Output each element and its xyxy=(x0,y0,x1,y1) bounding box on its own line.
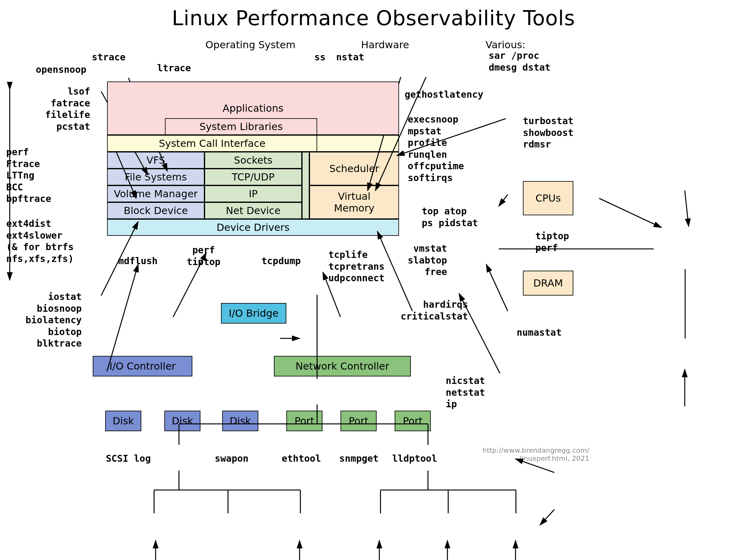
hardware-label: Hardware xyxy=(361,39,409,51)
iostat-group: iostat biosnoop biolatency biotop blktra… xyxy=(26,291,82,349)
dram: DRAM xyxy=(523,271,573,296)
ss-label: ss xyxy=(314,51,326,63)
snmpget-label: snmpget xyxy=(339,453,379,464)
numastat-label: numastat xyxy=(517,327,562,339)
svg-line-16 xyxy=(685,191,689,226)
network-controller: Network Controller xyxy=(274,356,411,376)
netdev-label: Net Device xyxy=(226,205,281,216)
port-1-label: Port xyxy=(294,415,314,427)
tcplife-group: tcplife tcpretrans udpconnect xyxy=(328,249,385,284)
system-libraries-layer: System Libraries xyxy=(165,118,317,135)
io-bridge: I/O Bridge xyxy=(221,303,286,324)
volmgr-layer: Volume Manager xyxy=(107,185,205,202)
netdev-layer: Net Device xyxy=(205,202,302,219)
scsilog-label: SCSI log xyxy=(106,453,151,464)
nicstat-group: nicstat netstat ip xyxy=(446,375,485,410)
disk-3: Disk xyxy=(222,411,258,431)
disk-1-label: Disk xyxy=(113,415,134,427)
fs-layer: File Systems xyxy=(107,169,205,185)
vmem-layer: Virtual Memory xyxy=(309,185,399,219)
mdflush-label: mdflush xyxy=(118,255,157,267)
various-label: Various: xyxy=(486,39,525,51)
vmem-label: Virtual Memory xyxy=(334,190,375,214)
net-spacer xyxy=(302,152,309,219)
volmgr-label: Volume Manager xyxy=(114,188,198,200)
tcpudp-label: TCP/UDP xyxy=(232,171,275,183)
syscall-layer: System Call Interface xyxy=(107,135,317,152)
disk-3-label: Disk xyxy=(230,415,251,427)
tcpdump-label: tcpdump xyxy=(261,255,301,267)
perf-group: perf Ftrace LTTng BCC bpftrace xyxy=(6,146,51,205)
ethtool-label: ethtool xyxy=(282,453,321,464)
scheduler-label: Scheduler xyxy=(329,163,379,175)
dram-label: DRAM xyxy=(533,277,563,289)
execsnoop-group: execsnoop mpstat profile runqlen offcput… xyxy=(408,113,464,184)
drivers-layer: Device Drivers xyxy=(107,219,399,236)
sockets-label: Sockets xyxy=(234,154,273,166)
svg-line-8 xyxy=(107,264,138,371)
footer-credit: http://www.brendangregg.com/ linuxperf.h… xyxy=(483,447,589,463)
page-title: Linux Performance Observability Tools xyxy=(0,6,747,30)
svg-line-19 xyxy=(540,510,554,525)
ext4-group: ext4dist ext4slower (& for btrfs nfs,xfs… xyxy=(6,218,74,264)
disk-2-label: Disk xyxy=(172,415,193,427)
tiptop-perf-label: tiptop perf xyxy=(535,230,569,254)
applications-label: Applications xyxy=(223,102,283,114)
scheduler-layer: Scheduler xyxy=(309,152,399,185)
cpus-label: CPUs xyxy=(535,192,561,204)
blockdev-label: Block Device xyxy=(124,205,188,216)
turbostat-group: turbostat showboost rdmsr xyxy=(523,115,574,150)
ltrace-label: ltrace xyxy=(157,62,191,74)
strace-label: strace xyxy=(92,51,125,63)
disk-2: Disk xyxy=(164,411,201,431)
io-controller: I/O Controller xyxy=(93,356,192,376)
sockets-layer: Sockets xyxy=(205,152,302,169)
fs-label: File Systems xyxy=(125,171,187,183)
disk-1: Disk xyxy=(105,411,141,431)
gethostlatency-label: gethostlatency xyxy=(405,89,483,101)
vfs-layer: VFS xyxy=(107,152,205,169)
port-2-label: Port xyxy=(349,415,368,427)
perf-tiptop-label: perf tiptop xyxy=(187,244,221,268)
syscall-ext xyxy=(317,135,399,152)
port-3-label: Port xyxy=(403,415,422,427)
port-3: Port xyxy=(395,411,431,431)
hardirqs-group: hardirqs criticalstat xyxy=(401,299,468,322)
lldptool-label: lldptool xyxy=(392,453,437,464)
swapon-label: swapon xyxy=(215,453,248,464)
netctrl-label: Network Controller xyxy=(295,360,389,372)
vmstat-group: vmstat slabtop free xyxy=(408,243,447,278)
cpus: CPUs xyxy=(523,181,573,215)
ip-label: IP xyxy=(249,188,258,200)
lsof-group: lsof fatrace filelife pcstat xyxy=(45,85,90,132)
syscall-label: System Call Interface xyxy=(159,137,265,149)
svg-line-13 xyxy=(499,194,508,206)
drivers-label: Device Drivers xyxy=(216,221,290,233)
port-2: Port xyxy=(340,411,377,431)
opensnoop-label: opensnoop xyxy=(36,64,86,76)
iobridge-label: I/O Bridge xyxy=(229,308,279,319)
ip-layer: IP xyxy=(205,185,302,202)
blockdev-layer: Block Device xyxy=(107,202,205,219)
various-tools: sar /proc dmesg dstat xyxy=(489,50,550,73)
tcpudp-layer: TCP/UDP xyxy=(205,169,302,185)
ioctrl-label: I/O Controller xyxy=(109,360,176,372)
syslibs-label: System Libraries xyxy=(200,121,283,133)
os-label: Operating System xyxy=(205,39,295,51)
nstat-label: nstat xyxy=(336,51,364,63)
port-1: Port xyxy=(286,411,323,431)
top-group: top atop ps pidstat xyxy=(422,205,478,229)
svg-line-43 xyxy=(599,198,662,228)
vfs-label: VFS xyxy=(146,154,165,166)
svg-line-14 xyxy=(487,264,508,311)
